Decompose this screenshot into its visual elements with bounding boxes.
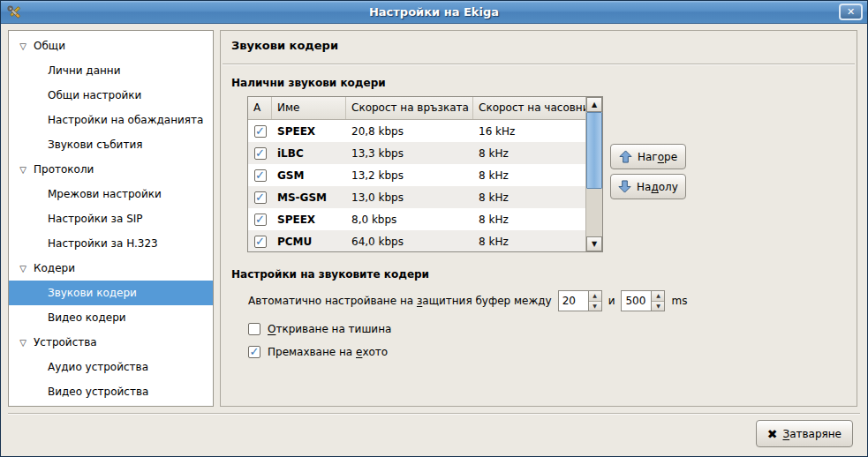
- codec-bitrate: 13,2 kbps: [346, 169, 473, 182]
- codec-clockrate: 8 kHz: [473, 147, 585, 160]
- column-header-bitrate[interactable]: Скорост на връзката: [346, 97, 473, 119]
- sidebar-item-personal-data[interactable]: Лични данни: [9, 58, 213, 83]
- expander-icon[interactable]: ▽: [16, 41, 30, 51]
- codec-clockrate: 16 kHz: [473, 125, 585, 138]
- codec-name: SPEEX: [272, 125, 346, 138]
- jitter-max-spinner[interactable]: ▲▼: [621, 290, 665, 311]
- scrollbar-thumb[interactable]: [586, 112, 602, 189]
- spin-up-icon[interactable]: ▲: [652, 291, 664, 302]
- move-down-button[interactable]: Надолу: [610, 174, 686, 199]
- sidebar-group-codecs[interactable]: ▽ Кодери: [9, 256, 213, 281]
- table-header-row: А Име Скорост на връзката Скорост на час…: [248, 97, 585, 120]
- column-header-name[interactable]: Име: [272, 97, 346, 119]
- move-up-button[interactable]: Нагоре: [610, 144, 686, 169]
- codec-bitrate: 13,3 kbps: [346, 147, 473, 160]
- echo-cancellation-label: Премахване на ехото: [268, 346, 388, 358]
- page-title: Звукови кодери: [231, 39, 338, 52]
- silence-detection-option[interactable]: ✓ Откриване на тишина: [248, 321, 391, 337]
- move-up-label: Нагоре: [638, 151, 677, 163]
- preferences-window: Настройки на Ekiga ✕ ▽ Общи Лични данни …: [0, 0, 868, 457]
- spinner-buttons[interactable]: ▲▼: [651, 291, 664, 311]
- codec-enabled-checkbox[interactable]: ✓: [254, 191, 267, 204]
- spin-down-icon[interactable]: ▼: [652, 302, 664, 311]
- title-separator: [223, 64, 855, 65]
- window-title: Настройки на Ekiga: [1, 5, 867, 19]
- codec-name: iLBC: [272, 147, 346, 160]
- table-row[interactable]: ✓ PCMU 64,0 kbps 8 kHz: [248, 230, 585, 251]
- codec-clockrate: 8 kHz: [473, 169, 585, 182]
- check-icon: ✓: [255, 170, 265, 181]
- jitter-buffer-row: Автоматично настройване на защитния буфе…: [248, 289, 687, 312]
- table-scrollbar[interactable]: ▲ ▼: [585, 97, 602, 251]
- jitter-min-input[interactable]: [559, 291, 588, 311]
- codec-table: А Име Скорост на връзката Скорост на час…: [247, 96, 603, 252]
- codec-name: SPEEX: [272, 214, 346, 226]
- table-row[interactable]: ✓ GSM 13,2 kbps 8 kHz: [248, 164, 585, 186]
- sidebar-group-general[interactable]: ▽ Общи: [9, 34, 213, 58]
- codec-enabled-checkbox[interactable]: ✓: [254, 214, 267, 226]
- check-icon: ✓: [255, 192, 265, 203]
- sidebar-group-protocols[interactable]: ▽ Протоколи: [9, 157, 213, 182]
- codec-enabled-checkbox[interactable]: ✓: [254, 125, 267, 138]
- sidebar-group-devices[interactable]: ▽ Устройства: [9, 330, 213, 355]
- check-icon: ✓: [255, 214, 265, 225]
- ms-unit-label: ms: [671, 295, 687, 307]
- sidebar-item-video-codecs[interactable]: Видео кодери: [9, 305, 213, 330]
- close-button[interactable]: ✖ Затваряне: [756, 420, 853, 447]
- sidebar-item-sip-settings[interactable]: Настройки за SIP: [9, 206, 213, 231]
- spinner-buttons[interactable]: ▲▼: [588, 291, 601, 311]
- and-label: и: [608, 295, 615, 307]
- spin-up-icon[interactable]: ▲: [589, 291, 601, 302]
- jitter-label: Автоматично настройване на защитния буфе…: [248, 295, 552, 307]
- arrow-down-icon: ▼: [592, 240, 597, 248]
- arrow-down-icon: [618, 180, 631, 193]
- sidebar-item-call-options[interactable]: Настройки на обажданията: [9, 108, 213, 132]
- settings-section-label: Настройки на звуковите кодери: [231, 268, 429, 281]
- close-window-button[interactable]: ✕: [839, 4, 863, 20]
- table-row[interactable]: ✓ MS-GSM 13,0 kbps 8 kHz: [248, 186, 585, 208]
- expander-icon[interactable]: ▽: [16, 165, 30, 175]
- column-header-active[interactable]: А: [248, 97, 272, 119]
- main-panel: Звукови кодери Налични звукови кодери А …: [220, 30, 857, 407]
- titlebar[interactable]: Настройки на Ekiga ✕: [1, 1, 867, 24]
- check-icon: ✓: [255, 126, 265, 137]
- codec-name: PCMU: [272, 236, 346, 248]
- scrollbar-track[interactable]: [586, 112, 602, 236]
- codec-enabled-checkbox[interactable]: ✓: [254, 147, 267, 160]
- sidebar: ▽ Общи Лични данни Общи настройки Настро…: [8, 30, 214, 407]
- check-icon: ✓: [250, 347, 260, 357]
- codec-bitrate: 8,0 kbps: [346, 214, 473, 226]
- table-row[interactable]: ✓ iLBC 13,3 kbps 8 kHz: [248, 142, 585, 164]
- codec-bitrate: 13,0 kbps: [346, 191, 473, 204]
- sidebar-item-sound-events[interactable]: Звукови събития: [9, 132, 213, 157]
- spin-down-icon[interactable]: ▼: [589, 302, 601, 311]
- codec-enabled-checkbox[interactable]: ✓: [254, 236, 267, 248]
- jitter-min-spinner[interactable]: ▲▼: [558, 290, 602, 311]
- codec-enabled-checkbox[interactable]: ✓: [254, 169, 267, 182]
- sidebar-item-video-devices[interactable]: Видео устройства: [9, 379, 213, 404]
- scroll-up-button[interactable]: ▲: [586, 97, 602, 112]
- codec-bitrate: 20,8 kbps: [346, 125, 473, 138]
- jitter-max-input[interactable]: [622, 291, 651, 311]
- check-icon: ✓: [255, 148, 265, 159]
- echo-cancellation-option[interactable]: ✓ Премахване на ехото: [248, 344, 388, 360]
- sidebar-item-h323-settings[interactable]: Настройки за H.323: [9, 231, 213, 256]
- echo-cancellation-checkbox[interactable]: ✓: [248, 346, 260, 358]
- expander-icon[interactable]: ▽: [16, 264, 30, 273]
- codec-bitrate: 64,0 kbps: [346, 236, 473, 248]
- silence-detection-checkbox[interactable]: ✓: [248, 323, 260, 335]
- footer-separator: [8, 413, 860, 415]
- sidebar-item-network-settings[interactable]: Мрежови настройки: [9, 182, 213, 206]
- check-icon: ✓: [255, 236, 265, 247]
- arrow-up-icon: ▲: [592, 101, 597, 109]
- sidebar-item-audio-devices[interactable]: Аудио устройства: [9, 355, 213, 379]
- table-row[interactable]: ✓ SPEEX 8,0 kbps 8 kHz: [248, 208, 585, 230]
- column-header-clockrate[interactable]: Скорост на часовника: [473, 97, 585, 119]
- table-row[interactable]: ✓ SPEEX 20,8 kbps 16 kHz: [248, 120, 585, 142]
- codecs-section-label: Налични звукови кодери: [231, 77, 386, 89]
- preferences-tools-icon: [6, 4, 22, 20]
- sidebar-item-general-settings[interactable]: Общи настройки: [9, 83, 213, 108]
- sidebar-item-audio-codecs[interactable]: Звукови кодери: [9, 281, 213, 305]
- scroll-down-button[interactable]: ▼: [586, 236, 602, 251]
- expander-icon[interactable]: ▽: [16, 338, 30, 348]
